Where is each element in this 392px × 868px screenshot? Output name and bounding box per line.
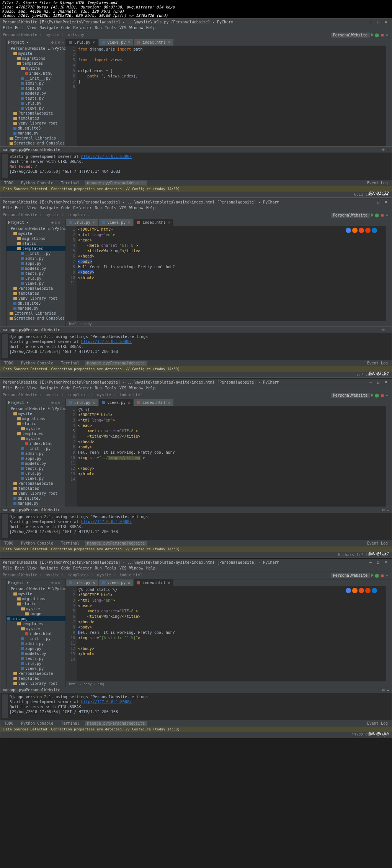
settings-icon[interactable]: ⚙: [58, 581, 60, 585]
tree-item[interactable]: mysite: [7, 436, 65, 441]
menu-item[interactable]: VCS: [119, 386, 126, 390]
notification-bar[interactable]: Data Sources Detected: Connection proper…: [0, 186, 392, 192]
tree-item[interactable]: __init__.py: [7, 76, 65, 81]
locate-icon[interactable]: ⊙: [55, 581, 57, 585]
tree-item[interactable]: models.py: [7, 651, 65, 656]
console-settings-icon[interactable]: ⚙ —: [382, 688, 389, 692]
tree-item[interactable]: PersonalWebsite: [7, 671, 65, 676]
run-icon[interactable]: [371, 574, 374, 577]
safari-icon[interactable]: [359, 588, 364, 593]
tree-item[interactable]: mysite: [7, 626, 65, 631]
menu-item[interactable]: Refactor: [74, 26, 92, 30]
menu-item[interactable]: Help: [146, 206, 155, 210]
tree-item[interactable]: admin.py: [7, 81, 65, 86]
search-icon[interactable]: ⌕: [386, 33, 388, 37]
tool-tab[interactable]: TODO: [2, 361, 16, 366]
tree-item[interactable]: models.py: [7, 461, 65, 466]
console-output[interactable]: Django version 2.1, using settings 'Pers…: [0, 333, 392, 359]
menu-item[interactable]: Code: [61, 566, 70, 570]
minimize-icon[interactable]: —: [369, 200, 374, 204]
menu-item[interactable]: Tools: [105, 566, 116, 570]
tree-item[interactable]: templates: [7, 676, 65, 681]
tree-item[interactable]: views.py: [7, 281, 65, 286]
tree-item[interactable]: db.sqlite3: [7, 126, 65, 131]
run-config[interactable]: PersonalWebsite: [331, 393, 370, 398]
hide-icon[interactable]: —: [62, 220, 64, 225]
tree-item[interactable]: static: [7, 241, 65, 246]
debug-icon[interactable]: ⬤: [375, 393, 379, 397]
menu-item[interactable]: Window: [129, 206, 143, 210]
tree-item[interactable]: PersonalWebsite E:\PythonProjects\Person…: [7, 226, 65, 231]
event-log-tab[interactable]: Event Log: [365, 541, 390, 546]
stop-icon[interactable]: ■: [381, 573, 384, 578]
tree-item[interactable]: PersonalWebsite: [7, 481, 65, 486]
tree-item[interactable]: PersonalWebsite: [7, 111, 65, 116]
debug-icon[interactable]: ⬤: [375, 213, 379, 217]
editor-tab[interactable]: index.html ×: [134, 39, 173, 46]
minimize-icon[interactable]: —: [369, 380, 374, 384]
editor-tab[interactable]: index.html ×: [134, 219, 173, 226]
breadcrumb[interactable]: PersonalWebsite 〉 mysite 〉 templates 〉 m…: [3, 573, 142, 578]
menu-item[interactable]: Tools: [105, 26, 116, 30]
edge-icon[interactable]: [372, 588, 377, 593]
tree-item[interactable]: static: [7, 421, 65, 426]
menu-item[interactable]: Help: [146, 26, 155, 30]
code-editor[interactable]: 1234567891011121314 {% load static %} <!…: [66, 586, 386, 681]
run-config[interactable]: PersonalWebsite: [331, 33, 370, 38]
tree-item[interactable]: mysite: [7, 66, 65, 71]
tree-item[interactable]: mysite: [7, 426, 65, 431]
tool-tab[interactable]: Terminal: [59, 361, 82, 366]
menu-item[interactable]: View: [27, 566, 36, 570]
menu-item[interactable]: Help: [146, 386, 155, 390]
tree-item[interactable]: migrations: [7, 56, 65, 61]
tree-item[interactable]: venv library root: [7, 296, 65, 301]
tree-item[interactable]: venv library root: [7, 121, 65, 126]
close-icon[interactable]: ✕: [385, 200, 389, 204]
tree-item[interactable]: urls.py: [7, 471, 65, 476]
menu-item[interactable]: Refactor: [74, 206, 92, 210]
console-output[interactable]: Starting development server at http://12…: [0, 153, 392, 179]
menu-item[interactable]: Tools: [105, 386, 116, 390]
tool-tab[interactable]: TODO: [2, 180, 16, 185]
tool-tab[interactable]: manage.py@PersonalWebsite: [85, 541, 147, 546]
run-config[interactable]: PersonalWebsite: [331, 573, 370, 578]
close-icon[interactable]: ✕: [385, 560, 389, 564]
editor-tab[interactable]: views.py ×: [99, 39, 133, 46]
tool-tab[interactable]: Terminal: [59, 541, 82, 546]
menu-item[interactable]: VCS: [119, 206, 126, 210]
settings-icon[interactable]: ⚙: [58, 400, 60, 405]
tree-item[interactable]: PersonalWebsite: [7, 286, 65, 291]
console-output[interactable]: Django version 2.1, using settings 'Pers…: [0, 693, 392, 720]
collapse-icon[interactable]: ⊕: [51, 40, 54, 44]
console-settings-icon[interactable]: ⚙ —: [382, 508, 389, 512]
maximize-icon[interactable]: □: [377, 20, 382, 24]
menu-item[interactable]: Edit: [15, 206, 24, 210]
menu-item[interactable]: Run: [95, 566, 102, 570]
tree-item[interactable]: apps.py: [7, 456, 65, 461]
tree-item[interactable]: migrations: [7, 416, 65, 421]
run-icon[interactable]: [371, 394, 374, 397]
tool-tab[interactable]: Python Console: [19, 361, 56, 366]
firefox-icon[interactable]: [352, 228, 358, 233]
edge-icon[interactable]: [372, 228, 377, 233]
tree-item[interactable]: templates: [7, 486, 65, 491]
editor-tab[interactable]: urls.py ×: [66, 579, 98, 586]
menu-item[interactable]: Edit: [15, 386, 24, 390]
search-icon[interactable]: ⌕: [386, 213, 388, 217]
breadcrumb[interactable]: PersonalWebsite 〉 mysite 〉 urls.py: [3, 32, 84, 38]
debug-icon[interactable]: ⬤: [375, 573, 379, 578]
tree-item[interactable]: apps.py: [7, 646, 65, 651]
editor-tab[interactable]: index.html ×: [134, 399, 173, 406]
tree-item[interactable]: venv library root: [7, 491, 65, 496]
tree-item[interactable]: templates: [7, 116, 65, 121]
menu-item[interactable]: Tools: [105, 206, 116, 210]
console-output[interactable]: Django version 2.1, using settings 'Pers…: [0, 513, 392, 540]
tree-item[interactable]: venv library root: [7, 681, 65, 686]
code-editor[interactable]: 1234567891011 <!DOCTYPE html> <html lang…: [66, 226, 386, 321]
tree-item[interactable]: mysite: [7, 51, 65, 56]
tree-item[interactable]: mysite: [7, 231, 65, 236]
tree-item[interactable]: models.py: [7, 266, 65, 271]
menu-item[interactable]: VCS: [119, 566, 126, 570]
tree-item[interactable]: apps.py: [7, 86, 65, 91]
tree-item[interactable]: tests.py: [7, 271, 65, 276]
